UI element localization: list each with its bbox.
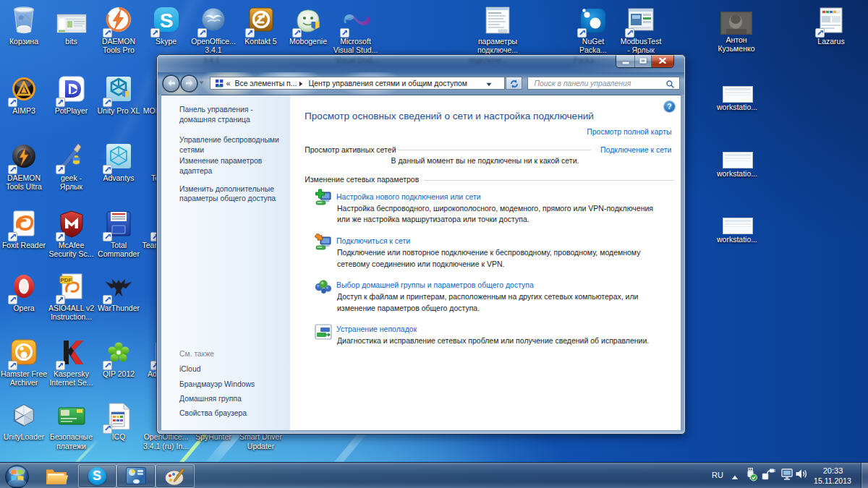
svg-text:PDF: PDF bbox=[60, 277, 72, 283]
svg-text:S: S bbox=[159, 9, 173, 32]
